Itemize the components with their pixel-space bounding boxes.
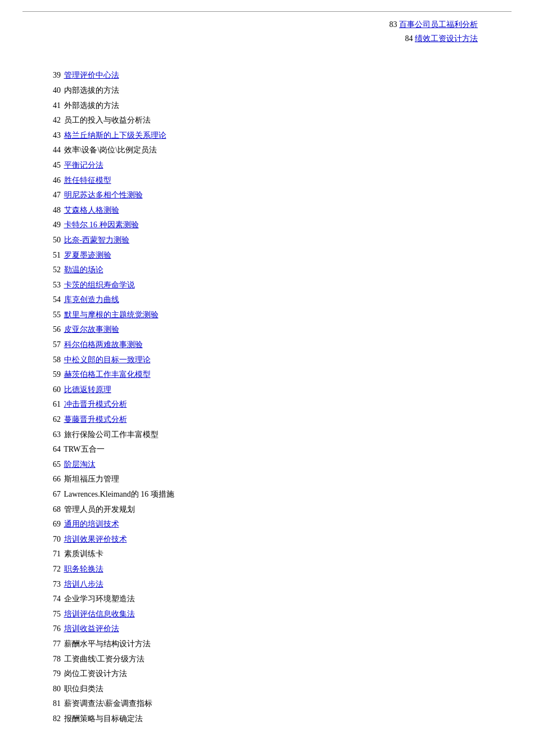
item-link[interactable]: 默里与摩根的主题统觉测验 bbox=[64, 310, 159, 319]
list-item: 49 卡特尔 16 种因素测验 bbox=[45, 218, 512, 233]
item-num: 70 bbox=[45, 532, 61, 547]
item-text: 外部选拔的方法 bbox=[64, 101, 119, 110]
item-link[interactable]: 科尔伯格两难故事测验 bbox=[64, 340, 143, 349]
item-text: 职位归类法 bbox=[64, 685, 103, 693]
item-link[interactable]: 平衡记分法 bbox=[64, 161, 103, 169]
item-num: 44 bbox=[45, 143, 61, 158]
item-link[interactable]: 皮亚尔故事测验 bbox=[64, 325, 119, 334]
item-num: 60 bbox=[45, 382, 61, 398]
item-num: 63 bbox=[45, 428, 61, 443]
item-num: 57 bbox=[45, 338, 61, 353]
item-link[interactable]: 卡茨的组织寿命学说 bbox=[64, 281, 135, 289]
list-item: 40 内部选拔的方法 bbox=[45, 83, 512, 98]
list-item: 68 管理人员的开发规划 bbox=[45, 502, 512, 518]
item-link[interactable]: 管理评价中心法 bbox=[64, 71, 119, 79]
list-item: 78 工资曲线\工资分级方法 bbox=[45, 652, 512, 667]
item-link[interactable]: 胜任特征模型 bbox=[64, 176, 111, 184]
item-num: 47 bbox=[45, 188, 61, 203]
list-item: 47 明尼苏达多相个性测验 bbox=[45, 188, 512, 203]
list-item: 59 赫茨伯格工作丰富化模型 bbox=[45, 367, 512, 382]
list-item: 81 薪资调查法\薪金调查指标 bbox=[45, 696, 512, 712]
item-num: 51 bbox=[45, 248, 61, 263]
list-item: 48 艾森格人格测验 bbox=[45, 203, 512, 218]
list-item: 66 斯坦福压力管理 bbox=[45, 472, 512, 487]
item-num: 54 bbox=[45, 292, 61, 308]
item-num: 48 bbox=[45, 203, 61, 218]
item-num: 53 bbox=[45, 278, 61, 293]
top-right-link[interactable]: 绩效工资设计方法 bbox=[415, 34, 478, 43]
list-item: 51 罗夏墨迹测验 bbox=[45, 248, 512, 263]
item-num: 52 bbox=[45, 263, 61, 278]
item-link[interactable]: 蔓藤晋升模式分析 bbox=[64, 415, 127, 424]
list-item: 75 培训评估信息收集法 bbox=[45, 607, 512, 622]
item-text: 员工的投入与收益分析法 bbox=[64, 116, 151, 124]
item-num: 75 bbox=[45, 607, 61, 622]
list-item: 62 蔓藤晋升模式分析 bbox=[45, 412, 512, 428]
item-link[interactable]: 培训八步法 bbox=[64, 580, 103, 588]
item-num: 68 bbox=[45, 502, 61, 518]
item-text: 工资曲线\工资分级方法 bbox=[64, 655, 145, 663]
item-num: 76 bbox=[45, 622, 61, 637]
item-link[interactable]: 格兰丘纳斯的上下级关系理论 bbox=[64, 131, 166, 140]
list-item: 73 培训八步法 bbox=[45, 577, 512, 592]
top-right-num: 84 bbox=[405, 34, 415, 43]
item-num: 79 bbox=[45, 667, 61, 682]
item-num: 55 bbox=[45, 308, 61, 323]
list-item: 42 员工的投入与收益分析法 bbox=[45, 113, 512, 128]
list-item: 82 报酬策略与目标确定法 bbox=[45, 712, 512, 727]
top-right-item: 83 百事公司员工福利分析 bbox=[390, 17, 478, 32]
item-link[interactable]: 赫茨伯格工作丰富化模型 bbox=[64, 370, 151, 379]
item-num: 73 bbox=[45, 577, 61, 592]
item-link[interactable]: 培训评估信息收集法 bbox=[64, 610, 135, 618]
item-num: 40 bbox=[45, 83, 61, 98]
item-link[interactable]: 培训效果评价技术 bbox=[64, 535, 127, 543]
item-num: 66 bbox=[45, 472, 61, 487]
item-num: 50 bbox=[45, 233, 61, 248]
item-num: 41 bbox=[45, 98, 61, 114]
item-num: 74 bbox=[45, 592, 61, 607]
item-text: 效率\设备\岗位\比例定员法 bbox=[64, 146, 157, 154]
item-text: TRW五合一 bbox=[64, 445, 104, 453]
list-item: 77 薪酬水平与结构设计方法 bbox=[45, 637, 512, 652]
top-right-item: 84 绩效工资设计方法 bbox=[405, 32, 478, 46]
item-num: 61 bbox=[45, 397, 61, 412]
item-link[interactable]: 罗夏墨迹测验 bbox=[64, 251, 111, 259]
item-num: 42 bbox=[45, 113, 61, 128]
item-link[interactable]: 冲击晋升模式分析 bbox=[64, 400, 127, 408]
item-text: 素质训练卡 bbox=[64, 550, 103, 558]
top-right-link[interactable]: 百事公司员工福利分析 bbox=[399, 20, 478, 29]
top-divider bbox=[22, 11, 512, 12]
item-link[interactable]: 阶层淘汰 bbox=[64, 460, 96, 469]
item-link[interactable]: 中松义郎的目标一致理论 bbox=[64, 356, 151, 364]
item-link[interactable]: 艾森格人格测验 bbox=[64, 206, 119, 214]
item-num: 81 bbox=[45, 696, 61, 712]
item-num: 78 bbox=[45, 652, 61, 667]
item-link[interactable]: 通用的培训技术 bbox=[64, 520, 119, 528]
item-num: 65 bbox=[45, 457, 61, 472]
item-num: 69 bbox=[45, 517, 61, 532]
item-num: 59 bbox=[45, 367, 61, 382]
item-num: 46 bbox=[45, 173, 61, 188]
item-link[interactable]: 勒温的场论 bbox=[64, 266, 103, 274]
list-item: 54 库克创造力曲线 bbox=[45, 292, 512, 308]
list-item: 70 培训效果评价技术 bbox=[45, 532, 512, 547]
item-link[interactable]: 比德返转原理 bbox=[64, 385, 111, 394]
item-text: 内部选拔的方法 bbox=[64, 86, 119, 94]
list-item: 55 默里与摩根的主题统觉测验 bbox=[45, 308, 512, 323]
item-link[interactable]: 比奈-西蒙智力测验 bbox=[64, 236, 130, 244]
item-num: 71 bbox=[45, 547, 61, 562]
item-text: 报酬策略与目标确定法 bbox=[64, 714, 143, 723]
list-item: 80 职位归类法 bbox=[45, 682, 512, 697]
item-link[interactable]: 培训收益评价法 bbox=[64, 624, 119, 633]
list-item: 52 勒温的场论 bbox=[45, 263, 512, 278]
item-link[interactable]: 卡特尔 16 种因素测验 bbox=[64, 220, 139, 229]
list-item: 56 皮亚尔故事测验 bbox=[45, 322, 512, 338]
list-item: 44 效率\设备\岗位\比例定员法 bbox=[45, 143, 512, 158]
item-link[interactable]: 库克创造力曲线 bbox=[64, 295, 119, 304]
item-link[interactable]: 明尼苏达多相个性测验 bbox=[64, 191, 143, 199]
item-num: 39 bbox=[45, 68, 61, 83]
item-text: 企业学习环境塑造法 bbox=[64, 595, 135, 603]
top-right-section: 83 百事公司员工福利分析84 绩效工资设计方法 bbox=[22, 17, 512, 46]
item-text: 旅行保险公司工作丰富模型 bbox=[64, 430, 159, 439]
item-link[interactable]: 职务轮换法 bbox=[64, 565, 103, 573]
